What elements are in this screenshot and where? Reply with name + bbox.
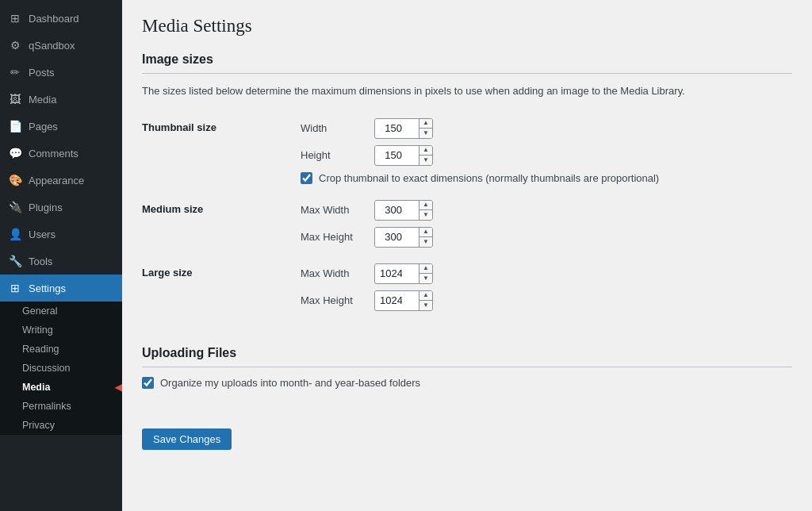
appearance-icon: 🎨 [8, 173, 22, 187]
uploading-files-section: Uploading Files Organize my uploads into… [142, 346, 792, 389]
sidebar-item-media[interactable]: 🖼 Media [0, 86, 122, 113]
medium-height-input-wrap: ▲ ▼ [374, 227, 433, 248]
medium-height-up[interactable]: ▲ [419, 228, 432, 237]
thumbnail-height-input[interactable] [375, 146, 419, 164]
large-width-input[interactable] [375, 264, 419, 282]
large-width-up[interactable]: ▲ [419, 264, 432, 274]
large-height-input[interactable] [375, 291, 419, 309]
medium-height-input[interactable] [375, 228, 419, 246]
sidebar-item-label: Dashboard [29, 13, 79, 25]
medium-width-input-wrap: ▲ ▼ [374, 200, 433, 221]
sidebar-item-posts[interactable]: ✏ Posts [0, 59, 122, 86]
sidebar-item-label: Users [29, 229, 56, 240]
thumbnail-width-label: Width [301, 122, 368, 134]
red-arrow-icon: ◀ [115, 377, 122, 398]
settings-icon: ⊞ [8, 281, 22, 295]
page-title: Media Settings [142, 16, 792, 36]
settings-submenu: General Writing Reading Discussion Media… [0, 302, 122, 435]
large-height-spinners: ▲ ▼ [419, 291, 432, 310]
thumbnail-height-row: Height ▲ ▼ [301, 145, 792, 166]
thumbnail-height-input-wrap: ▲ ▼ [374, 145, 433, 166]
sidebar-item-users[interactable]: 👤 Users [0, 221, 122, 248]
image-sizes-title: Image sizes [142, 52, 792, 74]
thumbnail-width-down[interactable]: ▼ [419, 129, 432, 138]
sidebar-item-label: Media [29, 94, 56, 106]
medium-height-label: Max Height [301, 231, 368, 243]
main-content: Media Settings Image sizes The sizes lis… [122, 0, 812, 511]
large-label-cell: Large size [142, 259, 301, 322]
medium-row: Medium size Max Width ▲ ▼ [142, 195, 792, 259]
sidebar-item-appearance[interactable]: 🎨 Appearance [0, 167, 122, 194]
plugins-icon: 🔌 [8, 200, 22, 214]
large-height-input-wrap: ▲ ▼ [374, 290, 433, 311]
sidebar-subitem-general[interactable]: General [0, 302, 122, 321]
dashboard-icon: ⊞ [8, 11, 22, 25]
thumbnail-height-up[interactable]: ▲ [419, 146, 432, 156]
sidebar-item-label: Comments [29, 148, 79, 159]
image-sizes-description: The sizes listed below determine the max… [142, 83, 792, 99]
users-icon: 👤 [8, 227, 22, 241]
sidebar-item-dashboard[interactable]: ⊞ Dashboard [0, 5, 122, 32]
thumbnail-height-label: Height [301, 149, 368, 161]
thumbnail-width-input[interactable] [375, 119, 419, 137]
thumbnail-width-up[interactable]: ▲ [419, 119, 432, 129]
large-height-row: Max Height ▲ ▼ [301, 290, 792, 311]
sidebar-subitem-permalinks[interactable]: Permalinks [0, 397, 122, 416]
sidebar-subitem-writing[interactable]: Writing [0, 321, 122, 340]
image-sizes-table: Thumbnail size Width ▲ ▼ [142, 113, 792, 322]
medium-label: Medium size [142, 203, 203, 215]
thumbnail-label: Thumbnail size [142, 121, 216, 133]
medium-width-up[interactable]: ▲ [419, 201, 432, 210]
save-changes-button[interactable]: Save Changes [142, 428, 232, 450]
uploading-files-title: Uploading Files [142, 346, 792, 367]
medium-width-down[interactable]: ▼ [419, 210, 432, 220]
thumbnail-crop-row: Crop thumbnail to exact dimensions (norm… [301, 172, 792, 184]
sidebar-item-label: qSandbox [29, 40, 75, 52]
medium-width-spinners: ▲ ▼ [419, 201, 432, 220]
sidebar-subitem-reading[interactable]: Reading [0, 340, 122, 359]
media-sub-label: Media [22, 382, 50, 393]
sidebar-subitem-privacy[interactable]: Privacy [0, 416, 122, 435]
large-width-label: Max Width [301, 267, 368, 279]
sidebar-item-settings[interactable]: ⊞ Settings [0, 275, 122, 302]
sidebar-item-pages[interactable]: 📄 Pages [0, 113, 122, 140]
sidebar-item-qsandbox[interactable]: ⚙ qSandbox [0, 32, 122, 59]
sidebar-item-plugins[interactable]: 🔌 Plugins [0, 194, 122, 221]
sidebar-item-comments[interactable]: 💬 Comments [0, 140, 122, 167]
thumbnail-height-spinners: ▲ ▼ [419, 146, 432, 165]
sidebar-item-label: Tools [29, 256, 52, 267]
organize-uploads-checkbox[interactable] [142, 377, 154, 389]
medium-height-down[interactable]: ▼ [419, 237, 432, 247]
media-icon: 🖼 [8, 92, 22, 106]
large-height-up[interactable]: ▲ [419, 291, 432, 301]
sidebar-item-label: Pages [29, 121, 58, 133]
thumbnail-crop-checkbox[interactable] [301, 172, 312, 184]
medium-height-row: Max Height ▲ ▼ [301, 227, 792, 248]
large-width-row: Max Width ▲ ▼ [301, 263, 792, 284]
sidebar-item-tools[interactable]: 🔧 Tools [0, 248, 122, 275]
sidebar-subitem-media[interactable]: Media ◀ [0, 378, 122, 397]
thumbnail-fields-cell: Width ▲ ▼ Height [301, 113, 792, 195]
sidebar-subitem-discussion[interactable]: Discussion [0, 359, 122, 378]
thumbnail-height-down[interactable]: ▼ [419, 156, 432, 165]
thumbnail-width-row: Width ▲ ▼ [301, 118, 792, 139]
tools-icon: 🔧 [8, 254, 22, 268]
medium-label-cell: Medium size [142, 195, 301, 259]
large-label: Large size [142, 267, 193, 279]
medium-width-input[interactable] [375, 201, 419, 219]
thumbnail-row: Thumbnail size Width ▲ ▼ [142, 113, 792, 195]
large-width-down[interactable]: ▼ [419, 274, 432, 283]
thumbnail-width-spinners: ▲ ▼ [419, 119, 432, 138]
medium-width-label: Max Width [301, 204, 368, 216]
image-sizes-section: Image sizes The sizes listed below deter… [142, 52, 792, 322]
medium-fields-cell: Max Width ▲ ▼ Max Height [301, 195, 792, 259]
thumbnail-crop-label: Crop thumbnail to exact dimensions (norm… [319, 172, 659, 184]
large-height-down[interactable]: ▼ [419, 301, 432, 310]
large-fields-cell: Max Width ▲ ▼ Max Height [301, 259, 792, 322]
medium-width-row: Max Width ▲ ▼ [301, 200, 792, 221]
gear-icon: ⚙ [8, 38, 22, 52]
large-height-label: Max Height [301, 294, 368, 306]
posts-icon: ✏ [8, 65, 22, 79]
sidebar-item-label: Posts [29, 67, 55, 79]
thumbnail-width-input-wrap: ▲ ▼ [374, 118, 433, 139]
